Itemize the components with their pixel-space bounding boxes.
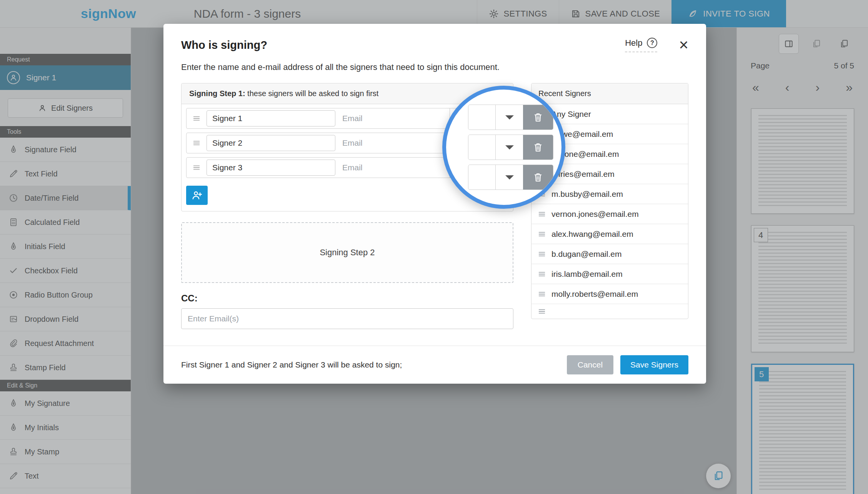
save-signers-button[interactable]: Save Signers — [620, 355, 688, 374]
recent-signers-title: Recent Signers — [531, 83, 688, 104]
recent-signer-item[interactable]: alex.hwang@email.em — [531, 224, 688, 244]
signing-step-2-label: Signing Step 2 — [320, 248, 375, 258]
modal-title: Who is signing? — [181, 39, 267, 52]
drag-handle-icon — [538, 230, 546, 238]
recent-signer-label: vernon.jones@email.em — [551, 210, 639, 219]
zoom-highlight-circle — [442, 86, 565, 209]
signer-email-input[interactable] — [336, 108, 450, 128]
chevron-down-icon — [505, 145, 514, 154]
trash-icon — [532, 171, 544, 183]
signing-order-note: First Signer 1 and Signer 2 and Signer 3… — [181, 360, 402, 369]
cc-label: CC: — [181, 293, 513, 304]
recent-signer-label: molly.roberts@email.em — [551, 289, 638, 299]
magnified-signer-row — [468, 105, 553, 130]
modal-description: Enter the name and e-mail address of all… — [163, 62, 706, 72]
drag-handle-icon — [538, 307, 546, 316]
magnified-signer-row — [468, 135, 553, 160]
chevron-down-icon — [505, 115, 514, 124]
trash-icon — [532, 141, 544, 153]
signer-email-input[interactable] — [336, 158, 450, 178]
cancel-button[interactable]: Cancel — [567, 355, 613, 374]
drag-handle-icon[interactable] — [187, 108, 207, 128]
recent-signer-item-empty[interactable] — [531, 304, 688, 319]
add-signer-button[interactable] — [186, 186, 208, 205]
recent-signer-label: b.dugan@email.em — [551, 249, 621, 259]
help-link[interactable]: Help ? — [625, 38, 657, 52]
recent-signer-item[interactable]: molly.roberts@email.em — [531, 284, 688, 304]
magnified-signer-row — [468, 165, 553, 190]
drag-handle-icon — [538, 250, 546, 258]
recent-signer-item[interactable]: vernon.jones@email.em — [531, 204, 688, 224]
signer-name-input[interactable] — [207, 110, 335, 126]
recent-signer-item[interactable]: m.busby@email.em — [531, 184, 688, 204]
close-icon[interactable]: × — [679, 37, 688, 53]
drag-handle-icon — [538, 270, 546, 278]
chevron-down-icon — [505, 175, 514, 184]
signer-name-input[interactable] — [207, 135, 335, 151]
recent-signer-item[interactable]: iris.lamb@email.em — [531, 264, 688, 284]
signer-email-input[interactable] — [336, 133, 450, 153]
person-add-icon — [191, 190, 203, 201]
drag-handle-icon — [538, 290, 546, 298]
who-is-signing-modal: Who is signing? Help ? × Enter the name … — [163, 24, 706, 384]
recent-signer-label: alex.hwang@email.em — [551, 230, 633, 239]
trash-icon — [532, 111, 544, 123]
recent-signer-label: m.busby@email.em — [551, 190, 623, 199]
cc-email-input[interactable] — [181, 308, 513, 329]
drag-handle-icon — [538, 210, 546, 218]
signer-name-input[interactable] — [207, 160, 335, 176]
recent-signer-label: iris.lamb@email.em — [551, 269, 623, 279]
drag-handle-icon[interactable] — [187, 158, 207, 178]
recent-signer-label: a.fries@email.em — [551, 170, 615, 179]
drag-handle-icon[interactable] — [187, 133, 207, 153]
signing-step-2-dropzone[interactable]: Signing Step 2 — [181, 222, 513, 283]
recent-signer-item[interactable]: b.dugan@email.em — [531, 244, 688, 264]
help-icon: ? — [647, 38, 657, 48]
